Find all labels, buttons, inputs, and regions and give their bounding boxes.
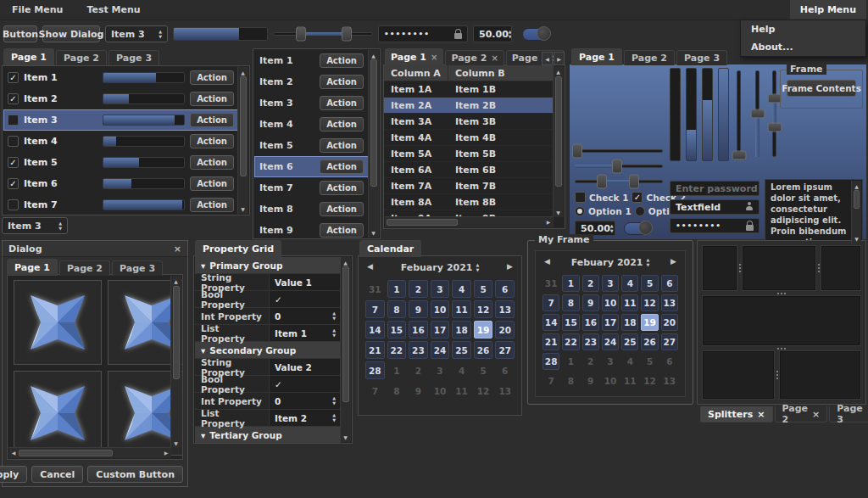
table-row[interactable]: Item 7A Item 7B: [384, 178, 554, 194]
calendar-day[interactable]: 10: [431, 300, 450, 318]
calendar-day[interactable]: 1: [562, 353, 579, 370]
action-button[interactable]: Action: [190, 198, 234, 212]
calendar-day[interactable]: 21: [542, 333, 559, 350]
list-row[interactable]: Item 5 Action: [254, 135, 369, 156]
property-row[interactable]: List Property Item 2 ▲▼: [195, 410, 341, 427]
calendar-day[interactable]: 21: [365, 341, 385, 359]
tab[interactable]: Page 2 ×: [775, 406, 828, 422]
list-row[interactable]: Item 4 Action: [254, 114, 369, 135]
action-button[interactable]: Action: [320, 117, 364, 131]
checkbox[interactable]: ✓: [8, 178, 19, 189]
checkbox[interactable]: [575, 192, 586, 203]
table-row[interactable]: Item 4A Item 4B: [384, 130, 554, 146]
checklist-row[interactable]: ✓ Item 5 Action: [3, 152, 238, 173]
calendar-day[interactable]: 6: [495, 361, 515, 379]
checkbox-field[interactable]: Check 1: [575, 192, 628, 203]
property-value[interactable]: ✓: [270, 376, 341, 392]
calendar-day[interactable]: 2: [582, 275, 599, 292]
text-input[interactable]: Textfield: [670, 199, 760, 215]
toolbar-value-spinner[interactable]: 50.00 ▲▼: [473, 25, 512, 42]
tab[interactable]: Page 2: [59, 260, 110, 276]
tab[interactable]: Page 3: [108, 50, 159, 65]
calendar-day[interactable]: 5: [474, 361, 493, 379]
button[interactable]: Button: [3, 25, 37, 42]
calendar-day[interactable]: 20: [661, 314, 678, 331]
list-row[interactable]: Item 6 Action: [254, 156, 369, 177]
property-value[interactable]: Value 1: [270, 274, 341, 290]
tab[interactable]: Splitters ×: [700, 406, 773, 422]
tab[interactable]: Page 3: [676, 50, 727, 65]
vertical-scrollbar[interactable]: ▲ ▼: [237, 67, 248, 214]
calendar-day[interactable]: 19: [641, 314, 658, 331]
calendar-day[interactable]: 19: [474, 321, 493, 339]
calendar-day[interactable]: 8: [562, 294, 579, 311]
scroll-right-icon[interactable]: ▶: [544, 217, 553, 227]
spinner-arrows-icon[interactable]: ▲▼: [509, 30, 512, 39]
help-dropdown-item[interactable]: Help: [741, 20, 865, 38]
column-header[interactable]: Column B: [448, 65, 554, 81]
table-row[interactable]: Item 5A Item 5B: [384, 146, 554, 162]
property-value[interactable]: Value 2: [270, 359, 341, 375]
calendar-day[interactable]: 1: [387, 361, 407, 379]
calendar-day[interactable]: 9: [409, 382, 428, 400]
help-dropdown-item[interactable]: About...: [741, 38, 865, 56]
calendar-day[interactable]: 22: [562, 333, 579, 350]
vertical-scrollbar[interactable]: ▲ ▼: [368, 50, 379, 238]
next-month-icon[interactable]: ▶: [670, 257, 676, 266]
checklist-row[interactable]: ✓ Item 2 Action: [3, 88, 238, 109]
list-row[interactable]: Item 8 Action: [254, 199, 369, 220]
tab[interactable]: Calendar: [359, 240, 421, 257]
slider-handle[interactable]: [768, 123, 782, 132]
calendar-day[interactable]: 10: [602, 372, 619, 389]
calendar-day[interactable]: 9: [409, 300, 428, 318]
tab[interactable]: Page 2: [56, 50, 107, 65]
tab-close-icon[interactable]: ×: [431, 53, 437, 62]
scroll-up-icon[interactable]: ▲: [852, 182, 861, 190]
calendar-day[interactable]: 5: [641, 353, 658, 370]
scroll-thumb[interactable]: [342, 266, 349, 402]
password-input[interactable]: Enter password: [670, 181, 760, 196]
list-row[interactable]: Item 9 Action: [254, 220, 369, 239]
checkbox[interactable]: [8, 115, 19, 126]
calendar-day[interactable]: 7: [542, 294, 559, 311]
lorem-textarea[interactable]: Lorem ipsum dolor sit amet, consectetur …: [765, 179, 863, 245]
scroll-up-icon[interactable]: ▲: [369, 51, 378, 59]
column-header[interactable]: Column A: [384, 65, 448, 81]
calendar-day[interactable]: 16: [582, 314, 599, 331]
calendar-day[interactable]: 8: [562, 372, 579, 389]
property-row[interactable]: Bool Property ✓: [195, 376, 341, 393]
slider-handle[interactable]: [612, 159, 622, 174]
checkbox[interactable]: ✓: [8, 72, 19, 83]
prev-month-icon[interactable]: ◀: [544, 257, 550, 266]
calendar-day[interactable]: 11: [621, 372, 638, 389]
scroll-thumb[interactable]: [555, 76, 562, 187]
scroll-up-icon[interactable]: ▲: [554, 67, 563, 76]
slider-handle[interactable]: [751, 109, 765, 119]
tab[interactable]: Page 1 ×: [385, 48, 443, 65]
property-row[interactable]: List Property Item 1 ▲▼: [195, 325, 341, 342]
password-input[interactable]: ••••••••: [670, 218, 760, 233]
menubar-item[interactable]: File Menu: [0, 0, 75, 20]
image-tile[interactable]: [14, 280, 102, 365]
slider-handle[interactable]: [629, 175, 639, 189]
slider-handle[interactable]: [296, 27, 306, 42]
calendar-day[interactable]: 23: [409, 341, 428, 359]
frame-contents-button[interactable]: Frame Contents: [787, 80, 856, 97]
tab-scroll-left-icon[interactable]: ◀: [542, 52, 553, 65]
calendar-day[interactable]: 31: [365, 280, 385, 298]
list-row[interactable]: Item 3 Action: [254, 92, 369, 114]
calendar-day[interactable]: 17: [602, 314, 619, 331]
checklist-item-combo[interactable]: Item 3 ▲▼: [2, 217, 68, 234]
slider-handle[interactable]: [597, 175, 607, 189]
calendar-day[interactable]: 8: [387, 300, 407, 318]
prev-month-icon[interactable]: ◀: [367, 262, 373, 271]
calendar-day[interactable]: 6: [661, 353, 678, 370]
checkbox[interactable]: ✓: [8, 157, 19, 168]
slider[interactable]: [575, 144, 663, 158]
scroll-thumb[interactable]: [370, 59, 377, 187]
combo-arrows-icon[interactable]: ▲▼: [332, 413, 336, 422]
action-button[interactable]: Action: [190, 113, 234, 127]
tab-close-icon[interactable]: ×: [491, 53, 498, 63]
calendar-day[interactable]: 15: [387, 321, 407, 339]
scroll-thumb[interactable]: [387, 219, 458, 226]
